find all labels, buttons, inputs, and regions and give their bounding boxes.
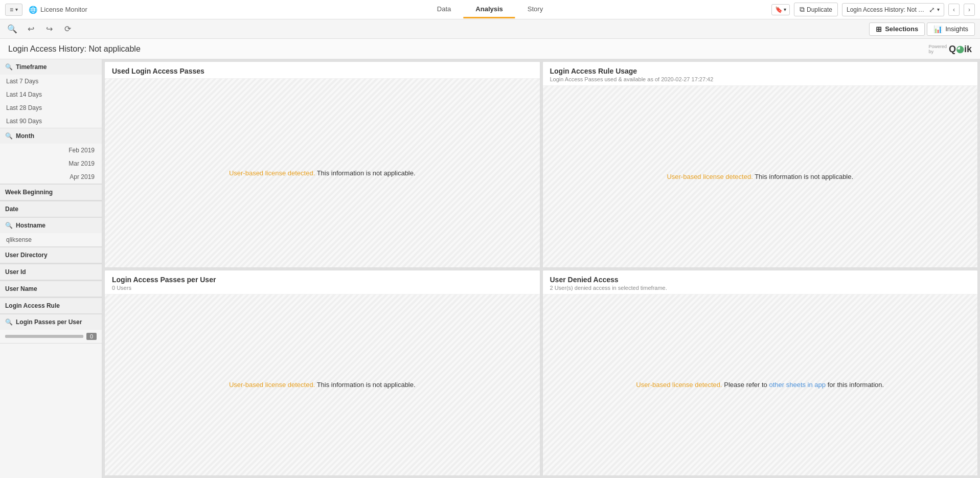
filter-header-hostname[interactable]: 🔍 Hostname xyxy=(0,218,102,233)
timeframe-search-icon: 🔍 xyxy=(5,63,13,71)
app-title-text: License Monitor xyxy=(40,6,87,13)
page-title-bar: Login Access History: Not applicable Pow… xyxy=(0,39,980,59)
content-area: Used Login Access Passes User-based lice… xyxy=(102,59,980,478)
qlik-logo: Poweredby Q◕ik xyxy=(928,43,972,55)
hostname-label: Hostname xyxy=(16,222,45,229)
panel-login-access-rule-usage: Login Access Rule Usage Login Access Pas… xyxy=(542,61,978,268)
panel-message-1: User-based license detected. This inform… xyxy=(229,169,416,177)
search-icon[interactable]: 🔍 xyxy=(5,22,19,36)
timeframe-label: Timeframe xyxy=(16,63,47,71)
page-title: Login Access History: Not applicable xyxy=(8,44,141,54)
panel-subtitle-2: Login Access Passes used & available as … xyxy=(550,76,971,82)
other-sheets-link[interactable]: other sheets in app xyxy=(769,381,826,389)
refresh-icon[interactable]: ⟳ xyxy=(60,22,75,36)
hamburger-menu[interactable]: ≡ ▾ xyxy=(5,4,22,16)
filter-section-month: 🔍 Month Feb 2019 Mar 2019 Apr 2019 xyxy=(0,128,102,184)
panel-highlight-3: User-based license detected. xyxy=(229,381,315,389)
filter-header-login-access-rule[interactable]: Login Access Rule xyxy=(0,298,102,314)
duplicate-icon: ⧉ xyxy=(800,5,805,14)
app-title-area: 🌐 License Monitor xyxy=(29,6,87,14)
toolbar-right: ⊞ Selections 📊 Insights xyxy=(869,22,975,36)
panel-header-4: User Denied Access 2 User(s) denied acce… xyxy=(543,270,978,294)
selections-button[interactable]: ⊞ Selections xyxy=(869,22,925,36)
filter-header-month[interactable]: 🔍 Month xyxy=(0,128,102,144)
slider-track[interactable] xyxy=(5,335,83,338)
hamburger-arrow: ▾ xyxy=(15,7,18,12)
sheet-arrow: ▾ xyxy=(937,7,940,12)
list-item[interactable]: Last 90 Days xyxy=(0,115,102,128)
panel-highlight-2: User-based license detected. xyxy=(667,173,753,180)
panel-message-2: User-based license detected. This inform… xyxy=(667,173,853,180)
month-label: Month xyxy=(16,132,34,140)
sidebar: 🔍 Timeframe Last 7 Days Last 14 Days Las… xyxy=(0,59,102,478)
filter-section-user-directory: User Directory xyxy=(0,247,102,264)
redo-icon[interactable]: ↪ xyxy=(42,22,56,36)
panel-title-3: Login Access Passes per User xyxy=(112,276,533,284)
prev-sheet-button[interactable]: ‹ xyxy=(948,4,960,16)
list-item[interactable]: Last 28 Days xyxy=(0,101,102,115)
filter-section-hostname: 🔍 Hostname qliksense xyxy=(0,218,102,247)
hostname-search-icon: 🔍 xyxy=(5,222,13,229)
insights-button[interactable]: 📊 Insights xyxy=(927,22,975,36)
panel-header-3: Login Access Passes per User 0 Users xyxy=(105,270,540,294)
list-item[interactable]: Mar 2019 xyxy=(0,157,102,170)
panel-message-3: User-based license detected. This inform… xyxy=(229,381,416,389)
bookmark-button[interactable]: 🔖 ▾ xyxy=(771,4,790,15)
panel-rest-1: This information is not applicable. xyxy=(317,169,416,177)
duplicate-button[interactable]: ⧉ Duplicate xyxy=(794,3,838,16)
globe-icon: 🌐 xyxy=(29,6,37,14)
list-item[interactable]: Apr 2019 xyxy=(0,170,102,184)
tab-data[interactable]: Data xyxy=(425,1,463,18)
powered-by-text: Poweredby xyxy=(928,44,947,54)
undo-icon[interactable]: ↩ xyxy=(24,22,38,36)
top-nav: ≡ ▾ 🌐 License Monitor Data Analysis Stor… xyxy=(0,0,980,19)
panel-message-4: User-based license detected. Please refe… xyxy=(636,381,884,389)
filter-section-login-passes: 🔍 Login Passes per User 0 xyxy=(0,314,102,344)
filter-section-user-id: User Id xyxy=(0,264,102,281)
nav-tabs: Data Analysis Story xyxy=(425,1,555,18)
filter-header-timeframe[interactable]: 🔍 Timeframe xyxy=(0,59,102,75)
filter-header-user-directory[interactable]: User Directory xyxy=(0,247,102,263)
panel-body-3: User-based license detected. This inform… xyxy=(105,294,540,476)
login-passes-search-icon: 🔍 xyxy=(5,318,13,326)
list-item[interactable]: Feb 2019 xyxy=(0,144,102,157)
panel-body-2: User-based license detected. This inform… xyxy=(543,86,978,267)
panel-users-count-3: 0 Users xyxy=(112,285,533,291)
nav-right: 🔖 ▾ ⧉ Duplicate Login Access History: No… xyxy=(771,3,975,16)
tab-analysis[interactable]: Analysis xyxy=(463,1,515,18)
filter-header-user-id[interactable]: User Id xyxy=(0,264,102,280)
filter-header-user-name[interactable]: User Name xyxy=(0,281,102,297)
panel-header-1: Used Login Access Passes xyxy=(105,62,540,79)
login-passes-label: Login Passes per User xyxy=(16,318,82,326)
tab-story[interactable]: Story xyxy=(515,1,555,18)
panel-body-4: User-based license detected. Please refe… xyxy=(543,294,978,476)
panel-title-2: Login Access Rule Usage xyxy=(550,67,971,75)
bookmark-icon: 🔖 xyxy=(775,6,783,13)
qlik-brand: Q◕ik xyxy=(949,43,972,55)
panel-highlight-4: User-based license detected. xyxy=(636,381,722,389)
month-search-icon: 🔍 xyxy=(5,132,13,140)
panel-title-4: User Denied Access xyxy=(550,276,971,284)
list-item[interactable]: Last 7 Days xyxy=(0,75,102,88)
slider-value: 0 xyxy=(86,333,97,340)
panel-user-denied-access: User Denied Access 2 User(s) denied acce… xyxy=(542,270,978,476)
filter-section-date: Date xyxy=(0,201,102,218)
panel-body-1: User-based license detected. This inform… xyxy=(105,79,540,267)
panel-subtitle-4: 2 User(s) denied access in selected time… xyxy=(550,285,971,291)
insights-label: Insights xyxy=(945,25,968,33)
panel-highlight-1: User-based license detected. xyxy=(229,169,315,177)
list-item[interactable]: Last 14 Days xyxy=(0,88,102,101)
filter-header-week-beginning[interactable]: Week Beginning xyxy=(0,184,102,200)
selections-label: Selections xyxy=(885,25,918,33)
next-sheet-button[interactable]: › xyxy=(964,4,975,16)
hamburger-icon: ≡ xyxy=(10,6,13,13)
sheet-name-button[interactable]: Login Access History: Not ap... ⤢ ▾ xyxy=(842,3,944,16)
filter-header-login-passes[interactable]: 🔍 Login Passes per User xyxy=(0,314,102,330)
slider-row: 0 xyxy=(0,330,102,343)
filter-section-week-beginning: Week Beginning xyxy=(0,184,102,201)
list-item[interactable]: qliksense xyxy=(0,233,102,246)
chart-icon: 📊 xyxy=(933,25,942,33)
filter-header-date[interactable]: Date xyxy=(0,201,102,217)
panel-login-access-passes-per-user: Login Access Passes per User 0 Users Use… xyxy=(104,270,540,476)
sheet-expand-icon: ⤢ xyxy=(929,6,935,14)
